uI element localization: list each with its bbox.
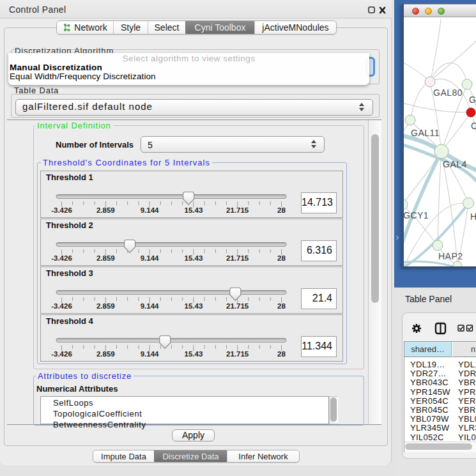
svg-text:C: C [471, 121, 476, 131]
svg-text:GAL4: GAL4 [443, 159, 467, 169]
svg-text:GCY1: GCY1 [404, 210, 429, 220]
svg-text:GAL11: GAL11 [411, 128, 440, 138]
svg-text:GAL80: GAL80 [433, 88, 463, 98]
svg-text:H: H [470, 211, 476, 222]
svg-text:HAP2: HAP2 [438, 251, 463, 261]
svg-text:G.: G. [469, 95, 476, 105]
